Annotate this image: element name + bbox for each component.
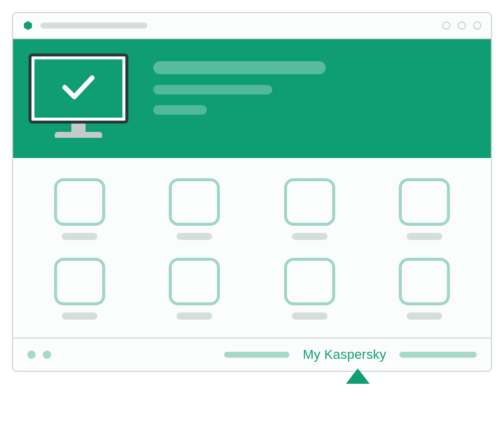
feature-tile-label-placeholder: [407, 233, 442, 240]
callout-arrow-icon: [343, 368, 373, 384]
svg-marker-1: [344, 368, 371, 384]
feature-tile-box: [284, 178, 335, 226]
window-maximize-button[interactable]: [458, 21, 466, 30]
feature-tile[interactable]: [169, 178, 220, 240]
feature-tile-box: [169, 178, 220, 226]
feature-tile[interactable]: [284, 258, 335, 320]
feature-tile-label-placeholder: [177, 233, 212, 240]
status-banner: [13, 39, 491, 158]
footer-link-placeholder[interactable]: [399, 352, 477, 358]
banner-detail-placeholder: [153, 105, 207, 115]
window-close-button[interactable]: [473, 21, 481, 30]
monitor-screen: [29, 53, 128, 124]
feature-tile-box: [284, 258, 335, 305]
feature-tile-label-placeholder: [292, 312, 327, 320]
feature-tile-box: [399, 258, 450, 305]
feature-tile[interactable]: [284, 178, 335, 240]
hexagon-icon: [23, 20, 33, 31]
window-minimize-button[interactable]: [442, 21, 451, 30]
feature-tile[interactable]: [54, 258, 105, 320]
footer: My Kaspersky: [13, 337, 491, 371]
checkmark-icon: [58, 70, 99, 108]
banner-text-placeholders: [153, 61, 326, 115]
banner-title-placeholder: [153, 61, 326, 74]
feature-tile[interactable]: [54, 178, 105, 240]
app-window: My Kaspersky: [12, 12, 492, 372]
banner-subtitle-placeholder: [153, 85, 272, 94]
feature-tile-box: [169, 258, 220, 305]
feature-tile[interactable]: [399, 178, 450, 240]
status-dot[interactable]: [27, 351, 36, 359]
svg-marker-0: [24, 21, 32, 30]
feature-tile-box: [54, 258, 105, 305]
main-area: [13, 158, 491, 337]
feature-tile-box: [54, 178, 105, 226]
feature-tile[interactable]: [169, 258, 220, 320]
feature-tile-label-placeholder: [62, 312, 97, 320]
footer-status-dots: [27, 351, 51, 359]
protected-monitor-illustration: [29, 53, 128, 138]
status-dot[interactable]: [43, 351, 51, 359]
feature-tile[interactable]: [399, 258, 450, 320]
monitor-stand-base: [55, 132, 102, 138]
feature-tile-label-placeholder: [407, 312, 442, 320]
titlebar: [13, 13, 491, 39]
feature-tile-label-placeholder: [292, 233, 327, 240]
window-controls: [442, 21, 481, 30]
feature-tile-label-placeholder: [62, 233, 97, 240]
app-title-placeholder: [40, 23, 147, 29]
monitor-stand-neck: [71, 124, 86, 132]
feature-tile-box: [399, 178, 450, 226]
footer-link-placeholder[interactable]: [224, 352, 289, 358]
my-kaspersky-link[interactable]: My Kaspersky: [303, 347, 386, 362]
feature-tile-label-placeholder: [177, 312, 212, 320]
feature-tile-grid: [43, 178, 461, 320]
